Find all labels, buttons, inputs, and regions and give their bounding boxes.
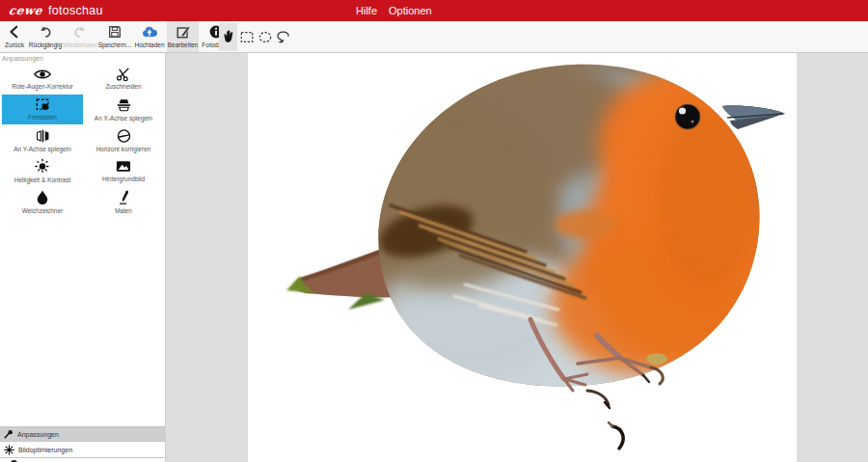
ellipse-select-tool[interactable] [256, 23, 274, 51]
back-button[interactable]: Zurück [1, 21, 28, 52]
blur-drop-icon [36, 189, 49, 205]
sidebar-item-flip-y[interactable]: An Y-Achse spiegeln [2, 125, 83, 155]
tool-label: Rote-Augen-Korrektur [12, 83, 73, 90]
sidebar-item-background-image[interactable]: Hintergrundbild [83, 156, 164, 186]
save-label: Speichern... [98, 41, 132, 48]
app-window: cewe fotoschau Hilfe Optionen Zurück Rüc… [0, 0, 868, 462]
upload-label: Hochladen [134, 41, 164, 48]
redo-label: Wiederholen [63, 41, 98, 48]
sidebar-item-horizon[interactable]: Horizont korrigieren [83, 125, 164, 155]
sidebar-item-flip-x[interactable]: An X-Achse spiegeln [83, 95, 164, 124]
tool-label: Freistellen [28, 114, 57, 121]
sidebar-adjustments-panel: Anpassungen Rote-Augen-Korrektur Zuschne… [0, 53, 166, 462]
tool-label: Weichzeichner [22, 207, 64, 214]
red-eye-icon [33, 68, 52, 81]
undo-button[interactable]: Rückgängig [28, 21, 63, 52]
horizon-icon [116, 128, 132, 144]
hand-icon [222, 29, 235, 44]
ellipse-marquee-icon [258, 30, 273, 44]
selection-tools-group [219, 22, 292, 51]
accordion-item-partial[interactable] [0, 457, 165, 462]
edit-label: Bearbeiten [168, 41, 198, 48]
sidebar-item-brightness[interactable]: Helligkeit & Kontrast [2, 156, 83, 186]
edit-icon [176, 24, 191, 41]
save-icon [107, 24, 122, 41]
accordion-label: Anpassungen [17, 431, 59, 438]
back-label: Zurück [5, 41, 24, 48]
title-bar: cewe fotoschau Hilfe Optionen [0, 0, 868, 21]
photo-canvas[interactable] [248, 53, 797, 462]
paint-pen-icon [117, 189, 131, 205]
accordion-item-adjustments[interactable]: Anpassungen [0, 426, 165, 441]
cutout-icon [35, 97, 51, 112]
sidebar-item-blur[interactable]: Weichzeichner [2, 187, 83, 217]
undo-icon [38, 24, 53, 41]
tool-label: An Y-Achse spiegeln [14, 146, 71, 152]
accordion-item-image-optimizations[interactable]: Bildoptimierungen [0, 441, 165, 457]
flip-x-icon [116, 97, 132, 113]
upload-button[interactable]: Hochladen [132, 21, 167, 52]
back-chevron-icon [7, 24, 22, 41]
tool-label: Helligkeit & Kontrast [14, 177, 71, 183]
sidebar-item-paint[interactable]: Malen [83, 187, 164, 217]
rect-select-tool[interactable] [237, 23, 256, 51]
sidebar-item-red-eye[interactable]: Rote-Augen-Korrektur [2, 64, 83, 94]
toolbar-button-group: Zurück Rückgängig Wiederholen Speichern.… [1, 21, 233, 52]
lasso-icon [275, 30, 291, 44]
robin-photo [248, 53, 797, 462]
crop-scissors-icon [116, 67, 131, 81]
lasso-tool[interactable] [274, 23, 292, 51]
redo-icon [72, 24, 88, 41]
app-logo: cewe fotoschau [9, 0, 103, 21]
tool-label: Malen [115, 207, 132, 214]
adjustment-tool-grid: Rote-Augen-Korrektur Zuschneiden Freiste… [0, 64, 165, 217]
save-button[interactable]: Speichern... [97, 21, 132, 52]
hand-tool[interactable] [219, 23, 237, 51]
sidebar-item-cutout[interactable]: Freistellen [2, 95, 83, 124]
rect-marquee-icon [239, 30, 255, 44]
upload-cloud-icon [141, 24, 158, 41]
brightness-icon [34, 158, 51, 175]
tool-label: An X-Achse spiegeln [95, 115, 152, 122]
sidebar-accordion: Anpassungen Bildoptimierungen [0, 426, 165, 462]
tool-label: Zuschneiden [105, 83, 141, 90]
redo-button[interactable]: Wiederholen [63, 21, 97, 52]
claw-fragments [587, 391, 623, 448]
accordion-label: Bildoptimierungen [18, 447, 72, 453]
robin-eye [675, 104, 700, 129]
sparkle-icon [4, 445, 14, 455]
background-image-icon [115, 159, 132, 174]
edit-mode-button[interactable]: Bearbeiten [167, 21, 199, 52]
tool-label: Horizont korrigieren [96, 146, 151, 152]
tool-label: Hintergrundbild [102, 176, 145, 182]
robin-beak [722, 106, 785, 129]
menu-help[interactable]: Hilfe [356, 0, 377, 21]
logo-cewe: cewe [8, 4, 43, 17]
menu-options[interactable]: Optionen [389, 0, 432, 21]
editor-workspace [166, 53, 868, 462]
flip-y-icon [35, 128, 51, 144]
toolbar: Zurück Rückgängig Wiederholen Speichern.… [0, 21, 868, 53]
sidebar-section-title: Anpassungen [0, 53, 165, 64]
sidebar-item-crop[interactable]: Zuschneiden [83, 64, 164, 94]
adjustments-pipette-icon [4, 429, 14, 439]
undo-label: Rückgängig [29, 41, 62, 48]
logo-product: fotoschau [48, 4, 103, 17]
